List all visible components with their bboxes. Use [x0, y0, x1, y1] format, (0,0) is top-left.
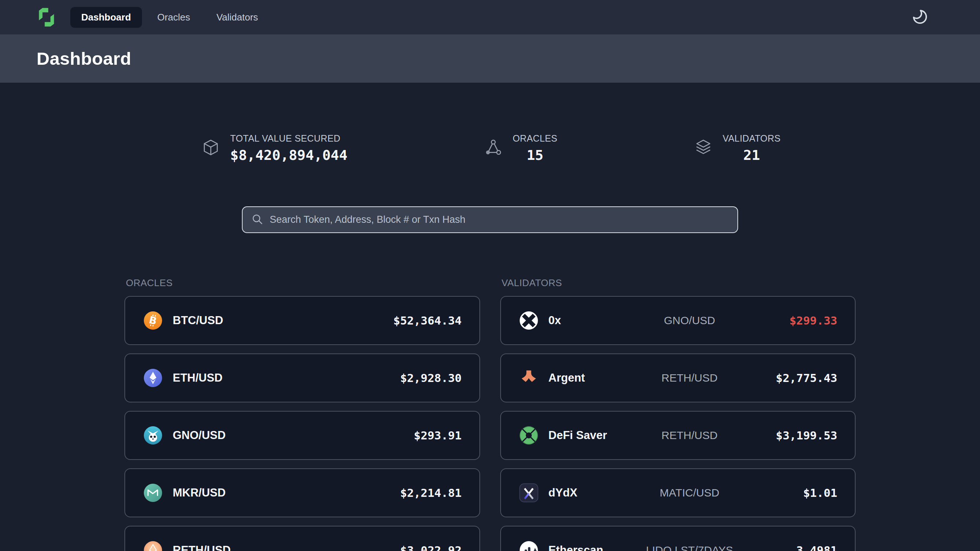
validator-pair: LIDO LST/7DAYS [646, 544, 733, 551]
validator-pair: RETH/USD [662, 372, 718, 384]
oracle-price: $293.91 [414, 429, 462, 442]
page-header: Dashboard [0, 34, 980, 83]
package-icon [202, 133, 220, 158]
validator-pair: GNO/USD [664, 314, 715, 327]
validator-price: $1.01 [803, 486, 837, 499]
network-icon [484, 133, 503, 158]
oracles-list: B BTC/USD $52,364.34 ETH/USD $2,928.30 G… [124, 296, 480, 551]
validator-row[interactable]: Argent RETH/USD $2,775.43 [500, 353, 856, 402]
validator-price: $3,199.53 [776, 429, 837, 442]
nav-tabs: Dashboard Oracles Validators [70, 7, 269, 28]
lists-area: ORACLES B BTC/USD $52,364.34 ETH/USD $2,… [124, 277, 856, 551]
oracle-pair: ETH/USD [173, 372, 223, 384]
stat-oracles: ORACLES 15 [484, 133, 557, 163]
page-title: Dashboard [37, 48, 131, 69]
oracles-section-label: ORACLES [126, 277, 480, 289]
main-content: TOTAL VALUE SECURED $8,420,894,044 ORACL… [0, 133, 980, 551]
nav-tab-validators[interactable]: Validators [205, 7, 269, 28]
oracle-row[interactable]: GNO/USD $293.91 [124, 411, 480, 460]
validator-row[interactable]: DeFi Saver RETH/USD $3,199.53 [500, 411, 856, 460]
validator-row[interactable]: Etherscan LIDO LST/7DAYS 3.4981 [500, 526, 856, 551]
stat-total-value-secured: TOTAL VALUE SECURED $8,420,894,044 [202, 133, 347, 163]
chronicle-logo-icon [36, 6, 57, 28]
validators-section: VALIDATORS 0x GNO/USD $299.33 Argent RET… [500, 277, 856, 551]
search-icon [251, 213, 263, 227]
stat-label: ORACLES [513, 133, 557, 144]
eth-icon [143, 368, 162, 387]
oracle-price: $2,214.81 [400, 486, 462, 499]
stats-row: TOTAL VALUE SECURED $8,420,894,044 ORACL… [124, 133, 856, 163]
validator-row[interactable]: 0x GNO/USD $299.33 [500, 296, 856, 345]
search-bar[interactable] [242, 206, 738, 233]
validators-section-label: VALIDATORS [502, 277, 856, 289]
oracle-price: $3,022.92 [400, 544, 462, 551]
stat-value: 15 [513, 147, 557, 163]
gno-icon [143, 426, 162, 445]
oracle-row[interactable]: B BTC/USD $52,364.34 [124, 296, 480, 345]
stat-validators: VALIDATORS 21 [694, 133, 781, 163]
theme-toggle-button[interactable] [911, 8, 929, 26]
search-input[interactable] [270, 214, 729, 225]
validator-pair: RETH/USD [662, 429, 718, 441]
validator-name: 0x [549, 314, 561, 327]
etherscan-icon [519, 541, 538, 551]
oracle-price: $2,928.30 [400, 372, 462, 384]
0x-icon [519, 311, 538, 330]
validator-row[interactable]: dYdX MATIC/USD $1.01 [500, 468, 856, 517]
stat-label: TOTAL VALUE SECURED [230, 133, 347, 144]
layers-icon [694, 133, 713, 158]
mkr-icon [143, 483, 162, 502]
oracle-row[interactable]: RETH/USD $3,022.92 [124, 526, 480, 551]
validator-pair: MATIC/USD [660, 487, 719, 499]
validator-name: Etherscan [549, 544, 603, 551]
btc-icon: B [143, 311, 162, 330]
nav-tab-oracles[interactable]: Oracles [146, 7, 201, 28]
defisaver-icon [519, 426, 538, 445]
validator-name: dYdX [549, 486, 578, 499]
oracle-pair: GNO/USD [173, 429, 226, 442]
validator-price: 3.4981 [796, 544, 837, 551]
dydx-icon [519, 483, 538, 502]
oracle-pair: RETH/USD [173, 544, 231, 551]
oracles-section: ORACLES B BTC/USD $52,364.34 ETH/USD $2,… [124, 277, 480, 551]
nav-tab-dashboard[interactable]: Dashboard [70, 7, 142, 28]
validator-name: Argent [549, 372, 585, 384]
moon-icon [912, 21, 928, 26]
argent-icon [519, 368, 538, 387]
oracle-price: $52,364.34 [393, 314, 462, 327]
oracle-row[interactable]: MKR/USD $2,214.81 [124, 468, 480, 517]
stat-value: 21 [723, 147, 781, 163]
top-nav: Dashboard Oracles Validators [0, 0, 980, 34]
validator-price: $299.33 [789, 314, 837, 327]
oracle-pair: MKR/USD [173, 486, 226, 499]
validators-list: 0x GNO/USD $299.33 Argent RETH/USD $2,77… [500, 296, 856, 551]
validator-price: $2,775.43 [776, 372, 837, 384]
stat-label: VALIDATORS [723, 133, 781, 144]
oracle-pair: BTC/USD [173, 314, 223, 327]
stat-value: $8,420,894,044 [230, 147, 347, 163]
reth-icon [143, 541, 162, 551]
oracle-row[interactable]: ETH/USD $2,928.30 [124, 353, 480, 402]
validator-name: DeFi Saver [549, 429, 607, 442]
